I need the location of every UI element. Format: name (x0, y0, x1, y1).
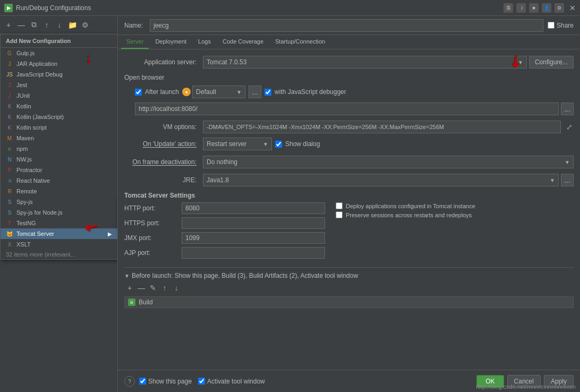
sidebar-item-react-native[interactable]: ⚛ React Native (1, 175, 117, 186)
deploy-checkbox-row: Deploy applications configured in Tomcat… (336, 202, 574, 209)
gulp-icon: G (6, 49, 13, 57)
configure-button[interactable]: Configure... (529, 56, 574, 69)
show-dialog-checkbox[interactable] (275, 141, 282, 148)
bl-edit-button[interactable]: ✎ (148, 283, 158, 293)
preserve-checkbox[interactable] (336, 211, 343, 218)
browser-dropdown[interactable]: Default ▼ (192, 86, 245, 98)
activate-window-checkbox[interactable] (198, 378, 205, 385)
move-down-button[interactable]: ↓ (54, 20, 65, 30)
url-dots-button[interactable]: ... (561, 103, 574, 115)
jre-dots-button[interactable]: ... (561, 174, 574, 186)
remote-icon: R (6, 188, 13, 195)
browser-arrow-icon: ▼ (236, 89, 242, 95)
deploy-checkbox[interactable] (336, 202, 343, 209)
bl-add-button[interactable]: + (124, 283, 135, 293)
frame-deactivation-select[interactable]: Do nothing ▼ (203, 156, 574, 168)
settings-button[interactable]: ⚙ (80, 20, 90, 30)
sidebar-item-label: Spy-js for Node.js (16, 209, 63, 216)
show-page-checkbox[interactable] (139, 378, 146, 385)
url-input[interactable] (135, 103, 559, 115)
apply-button[interactable]: Apply (544, 375, 574, 388)
jre-select[interactable]: Java1.8 ▼ (203, 174, 559, 186)
tab-server[interactable]: Server (121, 35, 149, 49)
vm-expand-button[interactable]: ⤢ (565, 123, 574, 131)
close-button[interactable]: ✕ (569, 4, 576, 12)
bl-down-button[interactable]: ↓ (171, 283, 182, 293)
sidebar-item-kotlin-script[interactable]: K Kotlin script (1, 122, 117, 133)
sidebar-item-testng[interactable]: T TestNG (1, 218, 117, 228)
sidebar-item-tomcat[interactable]: 🐱 Tomcat Server ▶ (1, 228, 117, 239)
sidebar-item-jar[interactable]: J JAR Application (1, 58, 117, 69)
dropdown-header: Add New Configuration (1, 35, 117, 48)
help-button[interactable]: ? (124, 376, 135, 387)
share-checkbox[interactable] (548, 22, 555, 29)
sidebar-item-label: npm (16, 146, 28, 152)
sidebar-item-jest[interactable]: J Jest (1, 80, 117, 90)
open-browser-header: Open browser (124, 74, 574, 81)
browser-select[interactable]: ● Default ▼ (182, 86, 245, 98)
vm-options-row: VM options: ⤢ (124, 121, 574, 133)
remove-config-button[interactable]: — (16, 20, 27, 30)
sidebar-item-more[interactable]: 32 items more (irrelevant... (1, 250, 117, 259)
ok-button[interactable]: OK (476, 375, 504, 388)
sidebar-item-xslt[interactable]: X XSLT (1, 239, 117, 250)
add-config-button[interactable]: + (3, 20, 14, 30)
sidebar-item-maven[interactable]: M Maven (1, 133, 117, 143)
sidebar-item-protractor[interactable]: P Protractor (1, 165, 117, 175)
update-action-select[interactable]: Restart server ▼ (203, 138, 272, 150)
taskbar-moon: ☽ (516, 3, 526, 13)
bl-up-button[interactable]: ↑ (159, 283, 170, 293)
sidebar-item-nwjs[interactable]: N NW.js (1, 154, 117, 165)
before-launch-toolbar: + — ✎ ↑ ↓ (124, 283, 574, 293)
after-launch-label: After launch (145, 88, 179, 96)
ajp-port-input[interactable] (182, 247, 325, 259)
https-port-input[interactable] (182, 217, 325, 229)
tab-deployment[interactable]: Deployment (150, 35, 192, 49)
tomcat-arrow-icon: ▶ (108, 231, 112, 237)
sidebar-item-npm[interactable]: n npm (1, 143, 117, 154)
sidebar-item-label: Remote (16, 188, 37, 194)
ports-area: HTTP port: HTTPS port: JMX port: (124, 202, 325, 262)
share-checkbox-row: Share (548, 22, 574, 29)
sidebar-item-gulp[interactable]: G Gulp.js (1, 48, 117, 58)
move-up-button[interactable]: ↑ (41, 20, 52, 30)
sidebar-item-kotlin-js[interactable]: K Kotlin (JavaScript) (1, 112, 117, 122)
app-server-arrow-icon: ▼ (518, 59, 523, 65)
npm-icon: n (6, 145, 13, 152)
app-server-select[interactable]: Tomcat 7.0.53 ▼ (203, 56, 527, 69)
react-native-icon: ⚛ (6, 177, 13, 184)
spyjs-icon: S (6, 198, 13, 206)
sidebar-item-js-debug[interactable]: JS JavaScript Debug (1, 69, 117, 80)
bl-remove-button[interactable]: — (136, 283, 147, 293)
browser-dots-button[interactable]: ... (249, 86, 261, 98)
tab-startup[interactable]: Startup/Connection (270, 35, 330, 49)
sidebar-item-spyjs-node[interactable]: S Spy-js for Node.js (1, 207, 117, 218)
after-launch-checkbox[interactable] (135, 89, 142, 96)
sidebar-item-label: Gulp.js (16, 50, 35, 56)
vm-options-label: VM options: (124, 123, 199, 131)
sidebar-item-spyjs[interactable]: S Spy-js (1, 197, 117, 207)
taskbar-lang: 英 (504, 3, 513, 13)
folder-button[interactable]: 📁 (67, 20, 78, 30)
after-launch-row: After launch ● Default ▼ ... with JavaSc… (124, 86, 574, 98)
js-debugger-checkbox[interactable] (265, 89, 271, 96)
jmx-port-input[interactable] (182, 232, 325, 244)
update-action-label: On 'Update' action: (124, 140, 199, 148)
build-label: Build (139, 299, 153, 306)
tab-code-coverage[interactable]: Code Coverage (217, 35, 269, 49)
sidebar-item-kotlin[interactable]: K Kotlin (1, 101, 117, 112)
sidebar-item-junit[interactable]: J JUnit (1, 90, 117, 101)
tab-logs[interactable]: Logs (193, 35, 216, 49)
http-port-input[interactable] (182, 202, 325, 214)
taskbar-icons: 英 ☽ ★ 👤 ⚙ (504, 0, 564, 16)
sidebar-item-remote[interactable]: R Remote (1, 186, 117, 197)
kotlin-icon: K (6, 103, 13, 110)
right-panel: Name: Share Server Deployment Logs Code … (118, 16, 580, 392)
frame-deactivation-row: On frame deactivation: Do nothing ▼ (124, 156, 574, 168)
cancel-button[interactable]: Cancel (507, 375, 541, 388)
copy-config-button[interactable]: ⧉ (29, 20, 39, 30)
name-input[interactable] (150, 19, 543, 32)
jest-icon: J (6, 81, 13, 89)
vm-options-input[interactable] (203, 121, 561, 133)
show-dialog-label: Show dialog (285, 140, 320, 148)
